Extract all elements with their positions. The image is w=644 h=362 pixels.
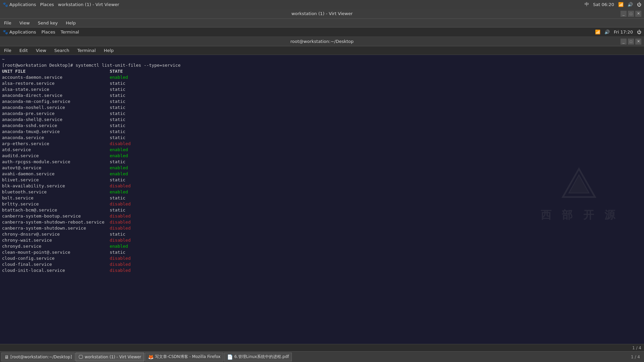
terminal-line: anaconda-shell@.service static <box>2 117 642 123</box>
gnome-power-icon: ⏻ <box>637 29 641 35</box>
sys-places[interactable]: Places <box>40 2 54 7</box>
taskbar-item[interactable]: 🖵workstation (1) - Virt Viewer <box>75 353 144 361</box>
virt-close-button[interactable]: ✕ <box>635 11 641 17</box>
taskbar-label: 写文章-CSDN博客 - Mozilla Firefox <box>155 354 220 360</box>
terminal-menu-terminal[interactable]: Terminal <box>76 47 97 54</box>
terminal-statusbar: 1 / 4 <box>0 344 644 351</box>
terminal-line: anaconda-tmux@.service static <box>2 129 642 135</box>
outer-url: 1 / 4 <box>631 355 643 359</box>
terminal-content[interactable]: ~[root@workstation Desktop]# systemctl l… <box>0 55 644 344</box>
sys-time: Sat 06:20 <box>593 2 614 7</box>
terminal-line: anaconda-nm-config.service static <box>2 99 642 105</box>
sys-volume-icon: 🔊 <box>628 2 633 7</box>
taskbar-item[interactable]: 🖥[root@workstation:~/Desktop] <box>1 353 75 361</box>
terminal-line: blivet.service static <box>2 177 642 183</box>
terminal-close-button[interactable]: ✕ <box>635 39 641 45</box>
terminal-titlebar: root@workstation:~/Desktop _ □ ✕ <box>0 37 644 46</box>
terminal-menu-search[interactable]: Search <box>53 47 71 54</box>
terminal-line: cloud-final.service disabled <box>2 261 642 267</box>
terminal-menu-view[interactable]: View <box>35 47 48 54</box>
virt-menubar: File View Send key Help <box>0 19 644 27</box>
terminal-line: canberra-system-shutdown.service disable… <box>2 225 642 231</box>
terminal-menu-help[interactable]: Help <box>102 47 115 54</box>
terminal-line: chrony-dnssrv@.service static <box>2 231 642 237</box>
terminal-menu-edit[interactable]: Edit <box>18 47 29 54</box>
terminal-line: blk-availability.service disabled <box>2 183 642 189</box>
sys-apps-label: Applications <box>9 2 36 7</box>
terminal-line: canberra-system-shutdown-reboot.service … <box>2 219 642 225</box>
gnome-time: Fri 17:20 <box>614 29 633 35</box>
terminal-line: anaconda-sshd.service static <box>2 123 642 129</box>
gnome-apps-icon: 🐾 <box>3 29 8 35</box>
taskbar-label: workstation (1) - Virt Viewer <box>85 355 141 359</box>
virt-titlebar-buttons: _ □ ✕ <box>621 11 641 17</box>
terminal-page-status: 1 / 4 <box>632 346 641 350</box>
virt-minimize-button[interactable]: _ <box>621 11 627 17</box>
terminal-line: anaconda-direct.service static <box>2 93 642 99</box>
taskbar-label: 6.管理Linux系统中的进程.pdf <box>234 354 289 360</box>
sys-power-icon: ⏻ <box>637 2 641 7</box>
terminal-line: canberra-system-bootup.service disabled <box>2 213 642 219</box>
terminal-line: brltty.service disabled <box>2 201 642 207</box>
terminal-line: avahi-daemon.service enabled <box>2 171 642 177</box>
taskbar-icon: 🖵 <box>78 354 83 360</box>
sys-network2-icon: 📶 <box>618 2 624 7</box>
terminal-line: arp-ethers.service disabled <box>2 141 642 147</box>
terminal-line: atd.service enabled <box>2 147 642 153</box>
gnome-network-icon: 📶 <box>595 29 600 35</box>
terminal-line: [root@workstation Desktop]# systemctl li… <box>2 62 642 68</box>
terminal-window: root@workstation:~/Desktop _ □ ✕ File Ed… <box>0 37 644 351</box>
virt-menu-help[interactable]: Help <box>64 20 77 26</box>
taskbar-icon: 🖥 <box>4 354 9 360</box>
terminal-line: alsa-state.service static <box>2 86 642 93</box>
terminal-line: autovt@.service enabled <box>2 165 642 171</box>
taskbar-item[interactable]: 🦊写文章-CSDN博客 - Mozilla Firefox <box>145 353 223 361</box>
system-bar: 🐾 Applications Places workstation (1) - … <box>0 0 644 9</box>
virt-maximize-button[interactable]: □ <box>628 11 634 17</box>
taskbar-item[interactable]: 📄6.管理Linux系统中的进程.pdf <box>224 353 292 361</box>
terminal-line: alsa-restore.service static <box>2 80 642 86</box>
gnome-apps[interactable]: 🐾 Applications <box>3 29 36 35</box>
terminal-line: chrony-wait.service disabled <box>2 237 642 243</box>
terminal-line: anaconda-noshell.service static <box>2 105 642 111</box>
terminal-line: UNIT FILE STATE <box>2 68 642 74</box>
sys-window-title: workstation (1) - Virt Viewer <box>58 2 119 7</box>
virt-viewer-window: workstation (1) - Virt Viewer _ □ ✕ File… <box>0 9 644 362</box>
virt-titlebar: workstation (1) - Virt Viewer _ □ ✕ <box>0 9 644 19</box>
gnome-terminal-menu[interactable]: Terminal <box>61 29 79 35</box>
terminal-maximize-button[interactable]: □ <box>628 39 634 45</box>
terminal-menu-file[interactable]: File <box>3 47 13 54</box>
outer-taskbar: 🖥[root@workstation:~/Desktop]🖵workstatio… <box>0 351 644 362</box>
terminal-line: anaconda-pre.service static <box>2 111 642 117</box>
terminal-minimize-button[interactable]: _ <box>621 39 627 45</box>
sys-applications[interactable]: 🐾 Applications <box>3 2 36 7</box>
terminal-line: chronyd.service enabled <box>2 243 642 249</box>
terminal-line: btattach-bcm@.service static <box>2 207 642 213</box>
terminal-titlebar-buttons: _ □ ✕ <box>621 39 641 45</box>
gnome-places[interactable]: Places <box>41 29 55 35</box>
terminal-line: bolt.service static <box>2 195 642 201</box>
terminal-line: anaconda.service static <box>2 135 642 141</box>
terminal-line: auditd.service enabled <box>2 153 642 159</box>
terminal-line: clean-mount-point@.service static <box>2 249 642 255</box>
taskbar-label: [root@workstation:~/Desktop] <box>10 355 72 359</box>
terminal-line: accounts-daemon.service enabled <box>2 74 642 80</box>
outer-page-info: 1 / 4 <box>631 355 640 359</box>
gnome-topbar: 🐾 Applications Places Terminal 📶 🔊 Fri 1… <box>0 27 644 37</box>
virt-menu-file[interactable]: File <box>3 20 13 26</box>
gnome-volume-icon: 🔊 <box>604 29 610 35</box>
sys-apps-icon: 🐾 <box>3 2 8 7</box>
taskbar-icon: 📄 <box>227 354 233 360</box>
terminal-line: auth-rpcgss-module.service static <box>2 159 642 165</box>
terminal-line: cloud-init-local.service disabled <box>2 267 642 274</box>
virt-menu-sendkey[interactable]: Send key <box>37 20 59 26</box>
terminal-line: cloud-config.service disabled <box>2 255 642 261</box>
terminal-line: ~ <box>2 56 642 62</box>
vm-content: 🐾 Applications Places Terminal 📶 🔊 Fri 1… <box>0 27 644 351</box>
virt-title: workstation (1) - Virt Viewer <box>291 11 353 16</box>
terminal-menubar: File Edit View Search Terminal Help <box>0 46 644 55</box>
virt-menu-view[interactable]: View <box>18 20 31 26</box>
terminal-title: root@workstation:~/Desktop <box>290 39 354 44</box>
terminal-line: bluetooth.service enabled <box>2 189 642 195</box>
sys-network-icon: 中 <box>585 1 589 7</box>
